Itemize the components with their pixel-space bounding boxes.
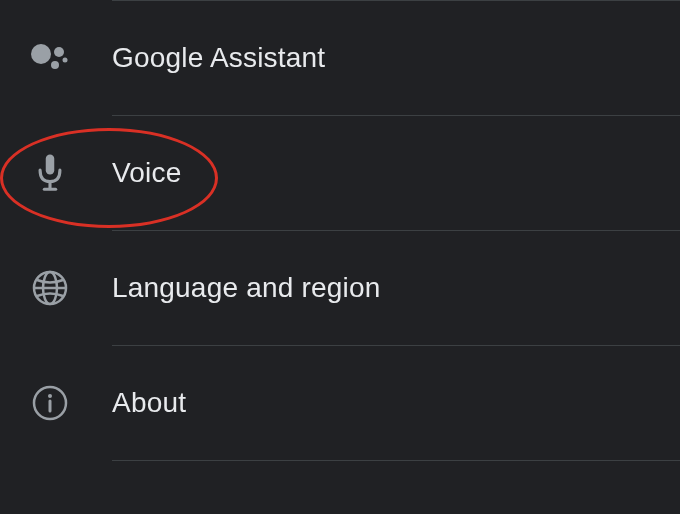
- divider: [112, 460, 680, 461]
- settings-item-language-region[interactable]: Language and region: [0, 231, 680, 345]
- settings-item-about[interactable]: About: [0, 346, 680, 460]
- svg-point-3: [63, 58, 68, 63]
- info-icon: [28, 381, 72, 425]
- settings-item-label: Language and region: [112, 272, 381, 304]
- svg-rect-4: [46, 155, 55, 175]
- svg-point-2: [51, 61, 59, 69]
- svg-point-0: [31, 44, 51, 64]
- settings-item-voice[interactable]: Voice: [0, 116, 680, 230]
- svg-point-11: [48, 394, 52, 398]
- settings-item-google-assistant[interactable]: Google Assistant: [0, 1, 680, 115]
- mic-icon: [28, 151, 72, 195]
- settings-item-label: Google Assistant: [112, 42, 325, 74]
- settings-item-label: About: [112, 387, 186, 419]
- assistant-icon: [28, 36, 72, 80]
- svg-point-1: [54, 47, 64, 57]
- globe-icon: [28, 266, 72, 310]
- settings-list: Google Assistant Voice Language and regi…: [0, 0, 680, 461]
- settings-item-label: Voice: [112, 157, 182, 189]
